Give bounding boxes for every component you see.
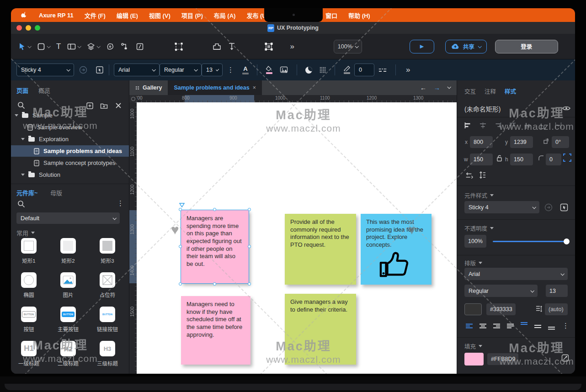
minimize-window-button[interactable]: [26, 25, 31, 31]
preview-button[interactable]: ▶: [410, 40, 434, 53]
panel-font-family-dropdown[interactable]: Arial: [464, 268, 568, 280]
app-name[interactable]: Axure RP 11: [39, 12, 74, 19]
align-right-edge-icon[interactable]: [495, 122, 501, 128]
align-center-icon[interactable]: [479, 122, 486, 128]
history-forward-icon[interactable]: →: [434, 84, 440, 91]
design-canvas[interactable]: 1000 1100 1200 1300 1400 1500 Managers a…: [129, 102, 457, 374]
border-width-input[interactable]: 0: [354, 64, 374, 76]
resize-handle[interactable]: [179, 245, 182, 248]
shape-tool[interactable]: [37, 42, 50, 51]
text-align-justify-icon[interactable]: [506, 323, 514, 329]
widget-primary-button[interactable]: BUTTON: [60, 307, 76, 322]
slash-shape-tool[interactable]: [136, 42, 144, 51]
line-spacing-icon[interactable]: [479, 171, 485, 179]
panel-font-size-input[interactable]: 13: [546, 285, 568, 297]
add-page-icon[interactable]: [86, 102, 93, 109]
tab-masters[interactable]: 母版: [50, 188, 62, 197]
widget-button[interactable]: BUTTON: [21, 307, 37, 322]
close-tab-icon[interactable]: ×: [253, 85, 256, 91]
resize-handle[interactable]: [248, 282, 251, 286]
section-common[interactable]: 常用: [16, 228, 35, 237]
x-input[interactable]: [470, 136, 493, 148]
text-transform-tool[interactable]: [228, 42, 236, 51]
tab-sample-problems[interactable]: Sample problems and ideas ×: [168, 80, 262, 95]
search-icon[interactable]: [17, 200, 25, 208]
distribute-icon[interactable]: [555, 122, 562, 128]
scale-selection-tool[interactable]: [264, 42, 273, 51]
apple-icon[interactable]: [21, 12, 28, 19]
edit-style-icon[interactable]: [95, 65, 104, 74]
vertical-align-middle-icon[interactable]: [534, 323, 542, 329]
disclosure-triangle-icon[interactable]: [21, 174, 25, 176]
tab-gallery[interactable]: Gallery: [129, 80, 168, 95]
tab-style[interactable]: 样式: [505, 87, 516, 95]
more-text-options-button[interactable]: ⋮: [227, 66, 234, 74]
transform-tool[interactable]: [174, 42, 183, 51]
chevron-down-icon[interactable]: [447, 85, 451, 89]
horizontal-ruler[interactable]: 700 800 900 1000 1100 1200 1300: [129, 95, 457, 102]
resize-handle[interactable]: [179, 208, 182, 211]
disclosure-triangle-icon[interactable]: [15, 114, 18, 117]
fill-section[interactable]: 填充: [464, 342, 482, 350]
resize-handle[interactable]: [248, 245, 251, 248]
history-back-icon[interactable]: ←: [420, 84, 426, 91]
border-color-button[interactable]: [343, 66, 351, 74]
add-folder-icon[interactable]: [100, 102, 108, 109]
tab-pages[interactable]: 页面: [16, 86, 28, 95]
widget-style-dropdown[interactable]: Sticky 4: [464, 201, 539, 213]
layers-tool[interactable]: [87, 42, 100, 51]
zoom-level-dropdown[interactable]: 100%: [334, 40, 362, 53]
pen-tool[interactable]: [106, 42, 114, 51]
tree-item-sample-overview[interactable]: Sample overview: [11, 122, 129, 133]
disclosure-triangle-icon[interactable]: [21, 138, 25, 140]
widget-h2[interactable]: H2: [60, 341, 76, 356]
rotation-input[interactable]: 0°: [552, 136, 569, 148]
eyedropper-icon[interactable]: [561, 354, 569, 362]
chevron-down-icon[interactable]: [78, 44, 81, 48]
width-input[interactable]: [470, 154, 493, 165]
tab-overview[interactable]: 概览: [38, 86, 50, 95]
lock-open-icon[interactable]: [496, 155, 502, 162]
select-tool[interactable]: [18, 42, 31, 50]
tree-item-sample[interactable]: Sample: [11, 110, 129, 121]
vertical-ruler[interactable]: 1000 1100 1200 1300 1400 1500: [129, 102, 137, 374]
text-align-left-icon[interactable]: [465, 323, 473, 329]
font-color-swatch[interactable]: [464, 303, 482, 315]
widget-style-section[interactable]: 元件样式: [464, 191, 494, 200]
sticky-note-managers-know[interactable]: Managers need to know if they have sched…: [181, 296, 250, 365]
widget-rect2[interactable]: [60, 238, 76, 254]
edit-style-icon[interactable]: [559, 203, 569, 212]
widget-placeholder[interactable]: [100, 272, 115, 288]
menu-view[interactable]: 视图 (V): [149, 11, 170, 20]
connector-tool[interactable]: [121, 42, 129, 50]
font-weight-dropdown[interactable]: Regular: [160, 64, 202, 76]
tab-widget-library[interactable]: 元件库~: [16, 188, 38, 197]
widget-h3[interactable]: H3: [100, 341, 115, 356]
share-button[interactable]: 共享: [445, 40, 487, 53]
resize-handle[interactable]: [213, 208, 216, 211]
collapse-all-icon[interactable]: [115, 102, 122, 109]
ruler-origin-icon[interactable]: [129, 95, 137, 102]
menu-file[interactable]: 文件 (F): [85, 11, 106, 20]
library-options-button[interactable]: ⋮: [117, 199, 124, 207]
fill-color-hex[interactable]: #FFB8D9: [487, 353, 518, 365]
menu-edit[interactable]: 编辑 (E): [117, 11, 138, 20]
font-size-dropdown[interactable]: 13: [202, 64, 223, 76]
library-select-dropdown[interactable]: Default: [16, 212, 120, 224]
vertical-align-top-icon[interactable]: [520, 322, 528, 329]
chevron-down-icon[interactable]: [97, 44, 101, 48]
image-fill-icon[interactable]: [280, 66, 288, 74]
opacity-input[interactable]: 100%: [464, 235, 486, 248]
resize-handle[interactable]: [179, 282, 182, 286]
line-style-button[interactable]: [379, 69, 386, 72]
typography-section[interactable]: 排版: [464, 259, 482, 267]
height-input[interactable]: [510, 154, 533, 165]
toolbar-more-button[interactable]: »: [290, 42, 293, 51]
widget-name[interactable]: (未命名矩形): [464, 104, 501, 113]
font-color-button[interactable]: A: [242, 66, 249, 74]
update-style-icon[interactable]: [79, 65, 88, 74]
search-icon[interactable]: [17, 101, 25, 109]
widget-rect1[interactable]: [21, 238, 37, 254]
align-middle-icon[interactable]: [525, 122, 531, 129]
swap-width-icon[interactable]: [465, 172, 474, 179]
